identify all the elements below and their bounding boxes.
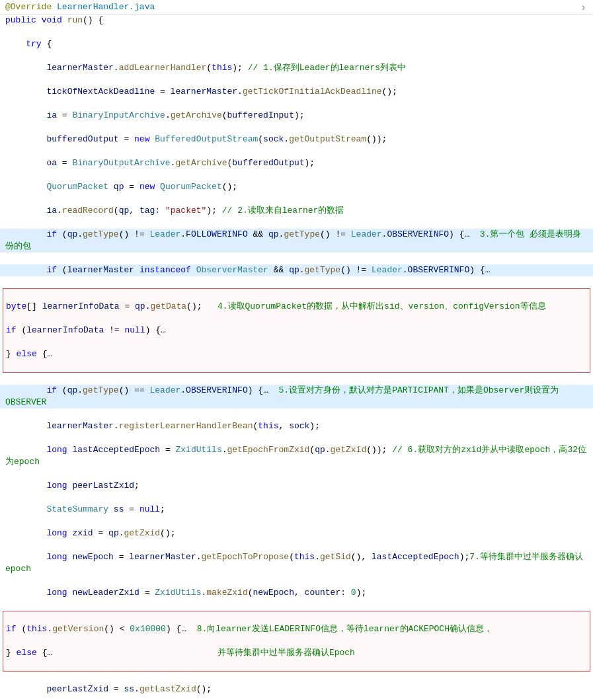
code-container: @Override LearnerHandler.java › public v… — [0, 0, 593, 700]
line-4: learnerMaster.addLearnerHandler(this); /… — [0, 62, 593, 74]
space — [52, 2, 57, 12]
line-18: long lastAcceptedEpoch = ZxidUtils.getEp… — [0, 444, 593, 468]
line-7: bufferedOutput = new BufferedOutputStrea… — [0, 134, 593, 145]
header-bar: @Override LearnerHandler.java › — [0, 0, 593, 15]
code-body: public void run() { try { learnerMaster.… — [0, 15, 593, 700]
line-try: try { — [0, 38, 593, 50]
line-21: long zxid = qp.getZxid(); — [0, 527, 593, 539]
line-16: if (qp.getType() == Leader.OBSERVERINFO)… — [0, 385, 593, 408]
line-9: QuorumPacket qp = new QuorumPacket(); — [0, 181, 593, 193]
override-annotation: @Override — [5, 2, 52, 12]
line-26: peerLastZxid = ss.getLastZxid(); — [0, 683, 593, 695]
line-public: public void run() { — [0, 15, 593, 26]
line-19: long peerLastZxid; — [0, 480, 593, 492]
line-20: StateSummary ss = null; — [0, 504, 593, 516]
line-redbox2-start: if (this.getVersion() < 0x10000) {… 8.向l… — [3, 611, 590, 672]
line-6: ia = BinaryInputArchive.getArchive(buffe… — [0, 110, 593, 122]
line-10: ia.readRecord(qp, tag: "packet"); // 2.读… — [0, 205, 593, 217]
line-23: long newLeaderZxid = ZxidUtils.makeZxid(… — [0, 587, 593, 599]
line-17: learnerMaster.registerLearnerHandlerBean… — [0, 420, 593, 432]
line-8: oa = BinaryOutputArchive.getArchive(buff… — [0, 157, 593, 169]
chevron-right-icon: › — [580, 2, 586, 14]
line-11: if (qp.getType() != Leader.FOLLOWERINFO … — [0, 229, 593, 253]
line-12: if (learnerMaster instanceof ObserverMas… — [0, 264, 593, 276]
file-name[interactable]: LearnerHandler.java — [57, 2, 155, 12]
line-5: tickOfNextAckDeadline = learnerMaster.ge… — [0, 86, 593, 98]
line-redbox-start: byte[] learnerInfoData = qp.getData(); 4… — [3, 288, 590, 373]
line-22: long newEpoch = learnerMaster.getEpochTo… — [0, 551, 593, 575]
